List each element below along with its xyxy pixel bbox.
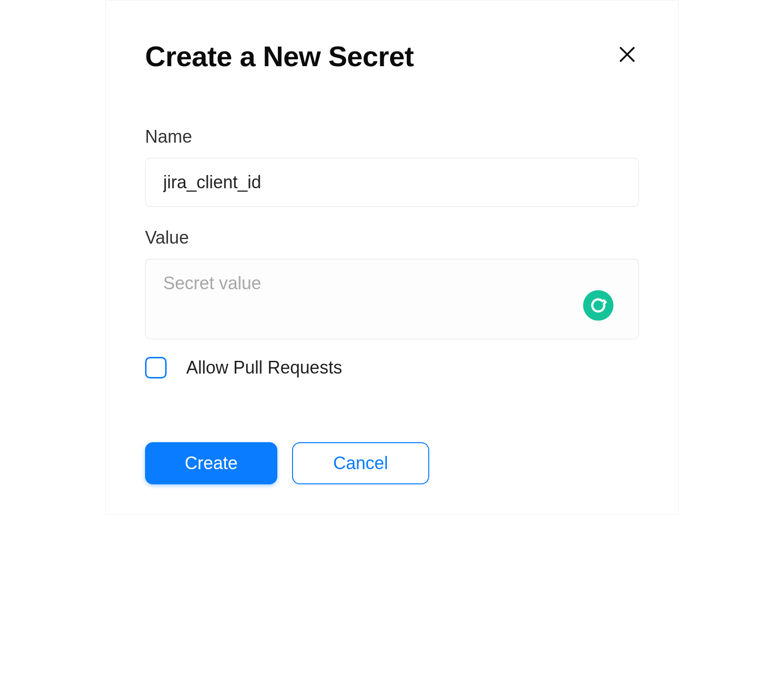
allow-pr-row: Allow Pull Requests	[145, 357, 639, 378]
value-input-wrap	[145, 259, 639, 341]
dialog-title: Create a New Secret	[145, 40, 414, 73]
dialog-header: Create a New Secret	[145, 40, 639, 73]
value-label: Value	[145, 227, 639, 248]
grammarly-icon[interactable]	[583, 290, 613, 321]
create-secret-dialog: Create a New Secret Name Value	[105, 0, 679, 515]
dialog-actions: Create Cancel	[145, 442, 639, 484]
allow-pr-label: Allow Pull Requests	[186, 357, 342, 378]
value-input[interactable]	[145, 259, 639, 339]
close-button[interactable]	[615, 43, 639, 66]
name-field-block: Name	[145, 126, 639, 207]
allow-pr-checkbox[interactable]	[145, 357, 167, 378]
name-input[interactable]	[145, 158, 639, 207]
name-label: Name	[145, 126, 639, 147]
value-field-block: Value	[145, 227, 639, 341]
cancel-button[interactable]: Cancel	[292, 442, 429, 484]
close-icon	[617, 45, 637, 64]
create-button[interactable]: Create	[145, 442, 277, 484]
